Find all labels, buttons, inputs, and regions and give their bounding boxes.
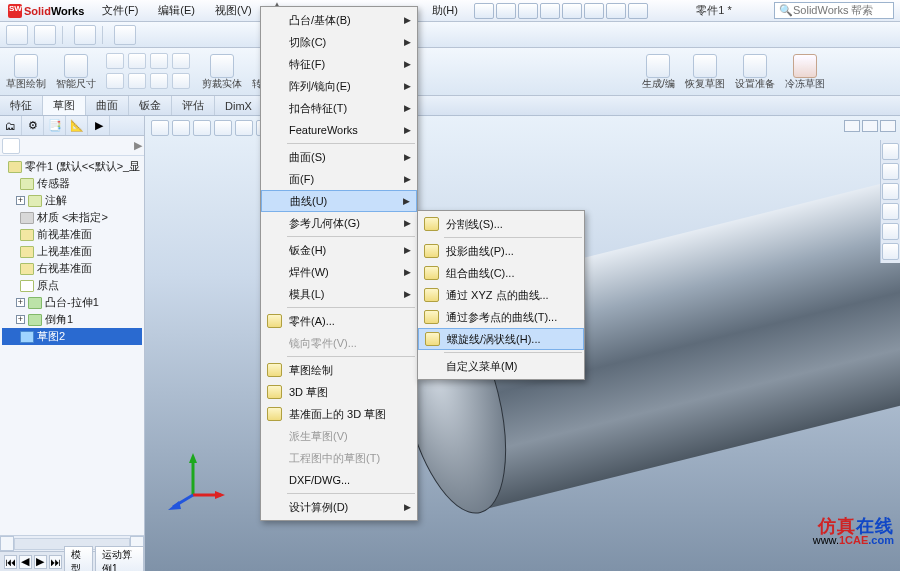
- ribbon-rbig3[interactable]: 冷冻草图: [785, 54, 825, 89]
- curve-submenu-item-6[interactable]: 螺旋线/涡状线(H)...: [418, 328, 584, 350]
- tab-dimx[interactable]: DimX: [215, 96, 263, 115]
- ribbon-sketch[interactable]: 草图绘制: [6, 54, 46, 89]
- fm-tab-tree-icon[interactable]: 🗂: [0, 116, 22, 135]
- menu-view[interactable]: 视图(V): [205, 0, 262, 21]
- tree-top-plane[interactable]: 上视基准面: [2, 243, 142, 260]
- insert-menu-item-20[interactable]: 3D 草图: [261, 381, 417, 403]
- tabscroll-first-icon[interactable]: ⏮: [4, 555, 17, 569]
- tp-viewpal-icon[interactable]: [882, 203, 899, 220]
- tb-select-icon[interactable]: [74, 25, 96, 45]
- insert-menu-item-16[interactable]: 零件(A)...: [261, 310, 417, 332]
- view-fit-icon[interactable]: [172, 120, 190, 136]
- curve-submenu-item-0[interactable]: 分割线(S)...: [418, 213, 584, 235]
- tab-sketch[interactable]: 草图: [43, 96, 86, 115]
- qat-save-icon[interactable]: [518, 3, 538, 19]
- viewport-min-icon[interactable]: [844, 120, 860, 132]
- scroll-left-icon[interactable]: [0, 536, 14, 551]
- insert-menu-item-5[interactable]: FeatureWorks▶: [261, 119, 417, 141]
- tabscroll-last-icon[interactable]: ⏭: [49, 555, 62, 569]
- point-icon[interactable]: [150, 73, 168, 89]
- line-icon[interactable]: [106, 53, 124, 69]
- insert-menu-item-2[interactable]: 特征(F)▶: [261, 53, 417, 75]
- tree-annotations[interactable]: +注解: [2, 192, 142, 209]
- insert-menu-item-7[interactable]: 曲面(S)▶: [261, 146, 417, 168]
- ribbon-rbig2[interactable]: 设置准备: [735, 54, 775, 89]
- tab-model[interactable]: 模型: [64, 546, 93, 571]
- insert-menu-item-8[interactable]: 面(F)▶: [261, 168, 417, 190]
- tp-explorer-icon[interactable]: [882, 183, 899, 200]
- insert-menu-item-13[interactable]: 焊件(W)▶: [261, 261, 417, 283]
- ribbon-rbig1[interactable]: 恢复草图: [685, 54, 725, 89]
- fm-tab-cfg-icon[interactable]: 📑: [44, 116, 66, 135]
- curve-submenu-item-3[interactable]: 组合曲线(C)...: [418, 262, 584, 284]
- menu-file[interactable]: 文件(F): [92, 0, 148, 21]
- tree-chamfer1[interactable]: +倒角1: [2, 311, 142, 328]
- tp-resources-icon[interactable]: [882, 143, 899, 160]
- tree-origin[interactable]: 原点: [2, 277, 142, 294]
- tabscroll-next-icon[interactable]: ▶: [34, 555, 47, 569]
- curve-submenu-item-2[interactable]: 投影曲线(P)...: [418, 240, 584, 262]
- tree-sensors[interactable]: 传感器: [2, 175, 142, 192]
- tab-surface[interactable]: 曲面: [86, 96, 129, 115]
- viewport-restore-icon[interactable]: [862, 120, 878, 132]
- insert-menu-item-1[interactable]: 切除(C)▶: [261, 31, 417, 53]
- ellipse-icon[interactable]: [128, 73, 146, 89]
- curve-submenu-item-5[interactable]: 通过参考点的曲线(T)...: [418, 306, 584, 328]
- tab-sheetmetal[interactable]: 钣金: [129, 96, 172, 115]
- fm-tab-prop-icon[interactable]: ⚙: [22, 116, 44, 135]
- curve-submenu-item-8[interactable]: 自定义菜单(M): [418, 355, 584, 377]
- text-icon[interactable]: [172, 73, 190, 89]
- tree-sketch2[interactable]: 草图2: [2, 328, 142, 345]
- tab-feature[interactable]: 特征: [0, 96, 43, 115]
- fm-tab-ex-icon[interactable]: ▶: [88, 116, 110, 135]
- insert-menu-item-0[interactable]: 凸台/基体(B)▶: [261, 9, 417, 31]
- insert-menu-item-24[interactable]: DXF/DWG...: [261, 469, 417, 491]
- tab-evaluate[interactable]: 评估: [172, 96, 215, 115]
- tree-extrude1[interactable]: +凸台-拉伸1: [2, 294, 142, 311]
- circle-icon[interactable]: [128, 53, 146, 69]
- qat-new-icon[interactable]: [474, 3, 494, 19]
- qat-select-icon[interactable]: [584, 3, 604, 19]
- tab-motion1[interactable]: 运动算例1: [95, 546, 144, 571]
- qat-open-icon[interactable]: [496, 3, 516, 19]
- tb-link-icon[interactable]: [6, 25, 28, 45]
- feature-tree[interactable]: 零件1 (默认<<默认>_显 传感器 +注解 材质 <未指定> 前视基准面 上视…: [0, 156, 144, 535]
- fm-tab-dim-icon[interactable]: 📐: [66, 116, 88, 135]
- insert-menu-item-14[interactable]: 模具(L)▶: [261, 283, 417, 305]
- filter-icon[interactable]: [2, 138, 20, 154]
- insert-menu-item-12[interactable]: 钣金(H)▶: [261, 239, 417, 261]
- viewport-close-icon[interactable]: [880, 120, 896, 132]
- menu-edit[interactable]: 编辑(E): [148, 0, 205, 21]
- spline-icon[interactable]: [150, 53, 168, 69]
- tree-material[interactable]: 材质 <未指定>: [2, 209, 142, 226]
- tb-measure-icon[interactable]: [34, 25, 56, 45]
- view-section-icon[interactable]: [214, 120, 232, 136]
- search-input[interactable]: 🔍 SolidWorks 帮索: [774, 2, 894, 19]
- tp-appearance-icon[interactable]: [882, 223, 899, 240]
- tp-custom-icon[interactable]: [882, 243, 899, 260]
- view-prev-icon[interactable]: [193, 120, 211, 136]
- view-zoom-icon[interactable]: [151, 120, 169, 136]
- qat-print-icon[interactable]: [540, 3, 560, 19]
- tabscroll-prev-icon[interactable]: ◀: [19, 555, 32, 569]
- menu-help[interactable]: 助(H): [422, 0, 468, 21]
- tree-front-plane[interactable]: 前视基准面: [2, 226, 142, 243]
- qat-options-icon[interactable]: [628, 3, 648, 19]
- insert-menu-item-3[interactable]: 阵列/镜向(E)▶: [261, 75, 417, 97]
- ribbon-smartdim[interactable]: 智能尺寸: [56, 54, 96, 89]
- view-orient-icon[interactable]: [235, 120, 253, 136]
- insert-menu-item-21[interactable]: 基准面上的 3D 草图: [261, 403, 417, 425]
- tree-root[interactable]: 零件1 (默认<<默认>_显: [2, 158, 142, 175]
- insert-menu-item-9[interactable]: 曲线(U)▶: [261, 190, 417, 212]
- rect-icon[interactable]: [172, 53, 190, 69]
- insert-menu-item-4[interactable]: 扣合特征(T)▶: [261, 97, 417, 119]
- tree-right-plane[interactable]: 右视基准面: [2, 260, 142, 277]
- qat-undo-icon[interactable]: [562, 3, 582, 19]
- arc-icon[interactable]: [106, 73, 124, 89]
- tb-appearance-icon[interactable]: [114, 25, 136, 45]
- insert-menu-item-19[interactable]: 草图绘制: [261, 359, 417, 381]
- qat-rebuild-icon[interactable]: [606, 3, 626, 19]
- ribbon-trim[interactable]: 剪裁实体: [202, 54, 242, 89]
- tp-designlib-icon[interactable]: [882, 163, 899, 180]
- insert-menu-item-26[interactable]: 设计算例(D)▶: [261, 496, 417, 518]
